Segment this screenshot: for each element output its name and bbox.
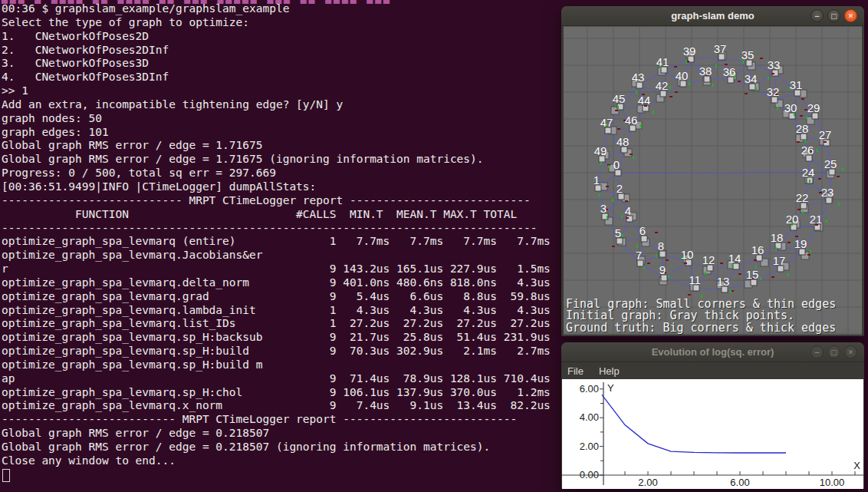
error-plot-titlebar[interactable]: Evolution of log(sq. error) − □ ✕ — [561, 342, 864, 362]
svg-text:0.00: 0.00 — [580, 469, 599, 480]
svg-text:49: 49 — [594, 144, 607, 157]
svg-text:18: 18 — [771, 231, 784, 244]
svg-text:5: 5 — [615, 226, 621, 239]
svg-text:34: 34 — [745, 72, 758, 85]
svg-text:33: 33 — [768, 58, 781, 71]
svg-text:42: 42 — [656, 79, 669, 92]
maximize-button[interactable]: □ — [827, 345, 840, 358]
svg-text:10: 10 — [681, 248, 694, 261]
svg-text:24: 24 — [802, 166, 815, 179]
minimize-button[interactable]: − — [810, 345, 824, 358]
svg-text:46: 46 — [625, 114, 638, 127]
svg-text:17: 17 — [773, 254, 786, 267]
svg-text:4: 4 — [625, 204, 631, 217]
menu-file[interactable]: File — [567, 365, 584, 377]
graphslam-window-title: graph-slam demo — [671, 10, 754, 21]
svg-text:19: 19 — [794, 237, 807, 250]
graph-3d-viewport[interactable]: 0123456789101112131415161718192021222324… — [564, 26, 862, 335]
svg-text:3: 3 — [600, 202, 607, 215]
menu-help[interactable]: Help — [599, 365, 620, 377]
svg-text:40: 40 — [676, 69, 689, 82]
menu-bar: File Help — [561, 362, 864, 379]
svg-text:8: 8 — [658, 239, 664, 253]
svg-text:10.00: 10.00 — [820, 477, 845, 488]
svg-text:38: 38 — [699, 64, 712, 78]
svg-text:45: 45 — [613, 92, 626, 105]
svg-text:20: 20 — [786, 213, 799, 226]
terminal-output: 00:36 $ graphslam_example/graphslam_exam… — [2, 2, 551, 468]
svg-text:15: 15 — [746, 268, 759, 281]
svg-text:6.00: 6.00 — [580, 383, 599, 395]
svg-text:0: 0 — [613, 158, 620, 171]
graphslam-window-controls: − □ ✕ — [810, 9, 857, 22]
svg-text:Y: Y — [607, 382, 614, 394]
svg-text:28: 28 — [796, 122, 809, 135]
svg-text:25: 25 — [824, 157, 837, 170]
svg-text:13: 13 — [717, 275, 730, 288]
svg-text:23: 23 — [821, 186, 834, 199]
svg-text:29: 29 — [807, 101, 820, 114]
svg-text:1: 1 — [593, 173, 600, 187]
close-button[interactable]: ✕ — [844, 345, 857, 358]
svg-text:21: 21 — [810, 213, 823, 226]
svg-text:12: 12 — [702, 253, 715, 266]
svg-text:32: 32 — [767, 85, 780, 98]
svg-text:22: 22 — [796, 191, 809, 204]
svg-text:X: X — [853, 460, 860, 471]
svg-text:37: 37 — [714, 42, 727, 55]
screen: { "window_controls": {"minimize": "−", "… — [0, 0, 868, 492]
svg-text:39: 39 — [683, 45, 696, 58]
slam-graph: 0123456789101112131415161718192021222324… — [564, 27, 862, 335]
svg-text:27: 27 — [819, 128, 832, 141]
svg-text:4.00: 4.00 — [580, 411, 599, 423]
legend-ground-truth: Ground truth: Big corners & thick edges — [566, 321, 836, 335]
svg-text:43: 43 — [632, 71, 645, 84]
error-evolution-chart: 2.006.0010.000.002.004.006.00YX — [562, 379, 863, 489]
svg-text:7: 7 — [636, 249, 642, 262]
terminal-cursor — [2, 469, 10, 482]
svg-text:14: 14 — [728, 252, 741, 265]
error-plot-window: Evolution of log(sq. error) − □ ✕ File H… — [561, 342, 864, 489]
svg-text:6: 6 — [639, 224, 646, 237]
svg-text:47: 47 — [600, 116, 613, 129]
svg-text:31: 31 — [790, 78, 803, 91]
svg-text:30: 30 — [784, 101, 797, 114]
minimize-button[interactable]: − — [810, 9, 824, 22]
close-button[interactable]: ✕ — [844, 9, 857, 22]
svg-text:11: 11 — [689, 273, 701, 286]
graph-legend-overlay: Final graph: Small corners & thin edges … — [566, 299, 836, 334]
graphslam-titlebar[interactable]: graph-slam demo − □ ✕ — [561, 6, 864, 26]
svg-text:36: 36 — [723, 65, 736, 78]
error-plot-window-title: Evolution of log(sq. error) — [652, 346, 774, 358]
svg-text:44: 44 — [638, 94, 651, 107]
svg-text:2: 2 — [616, 182, 623, 195]
svg-text:41: 41 — [656, 55, 669, 68]
svg-text:16: 16 — [751, 243, 764, 256]
error-plot-canvas[interactable]: 2.006.0010.000.002.004.006.00YX — [562, 379, 863, 489]
svg-text:2.00: 2.00 — [638, 477, 657, 488]
graphslam-demo-window: graph-slam demo − □ ✕ 012345678910111213… — [561, 6, 864, 336]
svg-text:35: 35 — [741, 48, 755, 61]
error-plot-window-controls: − □ ✕ — [810, 345, 857, 358]
maximize-button[interactable]: □ — [827, 9, 840, 22]
svg-text:6.00: 6.00 — [730, 477, 749, 488]
svg-text:26: 26 — [801, 144, 814, 157]
svg-text:48: 48 — [616, 135, 630, 148]
svg-text:9: 9 — [659, 263, 666, 276]
svg-text:2.00: 2.00 — [580, 441, 599, 452]
